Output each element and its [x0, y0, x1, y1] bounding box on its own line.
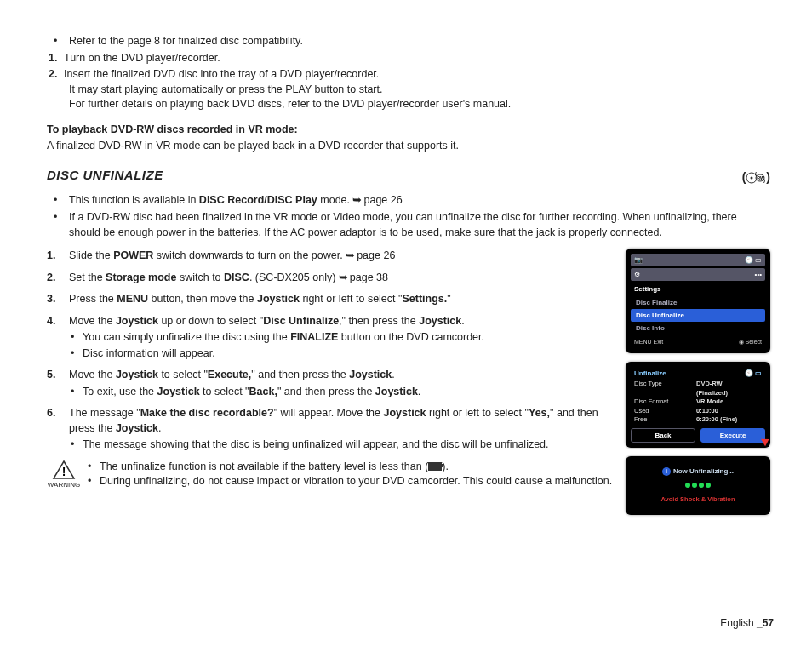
dots-icon: ••• — [755, 270, 762, 279]
camera-icon: 📷 — [634, 255, 643, 265]
screen-progress: iNow Unfinalizing... Avoid Shock & Vibra… — [626, 456, 770, 515]
section-title-row: DISC UNFINALIZE ((RW)) — [47, 166, 770, 186]
step-6-sub1: The message showing that the disc is bei… — [69, 438, 617, 453]
section-title: DISC UNFINALIZE — [47, 166, 734, 186]
svg-point-1 — [751, 177, 753, 180]
vr-head: To playback DVD-RW discs recorded in VR … — [47, 123, 770, 138]
step-4: Move the Joystick up or down to select "… — [47, 314, 617, 362]
intro-b2: If a DVD-RW disc had been finalized in t… — [47, 210, 770, 240]
warning-icon: ! WARNING — [47, 460, 81, 489]
intro-b1: This function is available in DISC Recor… — [47, 193, 770, 209]
progress-warn: Avoid Shock & Vibration — [631, 495, 765, 505]
status-icons: 🕙 ▭ — [745, 255, 762, 265]
screen-unfinalize: Unfinalize🕙 ▭ Disc TypeDVD-RW (Finalized… — [626, 362, 770, 448]
step-5: Move the Joystick to select "Execute," a… — [47, 368, 617, 399]
warn-2: During unfinalizing, do not cause impact… — [88, 474, 617, 489]
top-bullet: Refer to the page 8 for finalized disc c… — [47, 34, 770, 49]
step-1: Slide the POWER switch downwards to turn… — [47, 249, 617, 264]
warning-row: ! WARNING The unfinalize function is not… — [47, 460, 617, 489]
menu-finalize: Disc Finalize — [631, 296, 765, 309]
steps-list: Slide the POWER switch downwards to turn… — [47, 249, 617, 453]
body-content: Refer to the page 8 for finalized disc c… — [47, 34, 770, 515]
info-icon: i — [662, 467, 671, 476]
step-4-sub2: Disc information will appear. — [69, 346, 617, 362]
svg-text:!: ! — [62, 465, 66, 478]
svg-text:): ) — [763, 178, 765, 183]
step-6: The message "Make the disc recordable?" … — [47, 406, 617, 453]
step-3: Press the MENU button, then move the Joy… — [47, 292, 617, 307]
status-icons: 🕙 ▭ — [745, 369, 762, 378]
screens-col: 📷🕙 ▭ ⚙••• Settings Disc Finalize Disc Un… — [626, 249, 770, 515]
menu-unfinalize: Disc Unfinalize — [631, 309, 765, 322]
step-5-sub1: To exit, use the Joystick to select "Bac… — [69, 385, 617, 400]
back-button: Back — [631, 428, 695, 443]
manual-page: Refer to the page 8 for finalized disc c… — [0, 0, 812, 652]
page-footer: English _57 — [720, 616, 774, 631]
step-4-sub1: You can simply unfinalize the disc using… — [69, 330, 617, 346]
step-2: Set the Storage mode switch to DISC. (SC… — [47, 271, 617, 286]
warn-1: The unfinalize function is not available… — [88, 460, 617, 475]
intro-bullets: This function is available in DISC Recor… — [47, 193, 770, 241]
screen-settings: 📷🕙 ▭ ⚙••• Settings Disc Finalize Disc Un… — [626, 249, 770, 353]
execute-button: Execute — [700, 428, 765, 443]
disc-info-table: Disc TypeDVD-RW (Finalized) Disc FormatV… — [631, 380, 765, 425]
top-list: Refer to the page 8 for finalized disc c… — [47, 34, 770, 112]
rw-disc-icon: ((RW)) — [742, 169, 770, 186]
gear-icon: ⚙ — [634, 270, 640, 279]
battery-icon — [428, 462, 442, 471]
progress-dots — [631, 481, 765, 490]
vr-text: A finalized DVD-RW in VR mode can be pla… — [47, 139, 770, 154]
top-step-2: 2.Insert the finalized DVD disc into the… — [47, 67, 770, 112]
menu-discinfo: Disc Info — [631, 322, 765, 335]
menu-header: Settings — [631, 283, 765, 295]
progress-msg: iNow Unfinalizing... — [631, 466, 765, 476]
top-step-1: 1.Turn on the DVD player/recorder. — [47, 51, 770, 66]
